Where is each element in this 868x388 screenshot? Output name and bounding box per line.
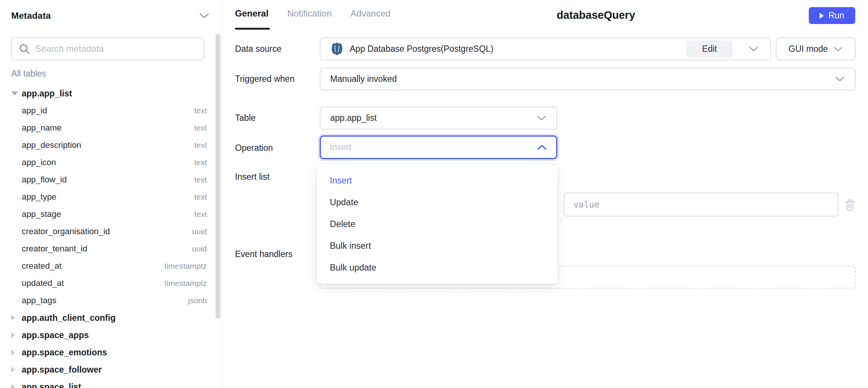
table-select[interactable]: app.app_list <box>320 107 557 129</box>
sidebar-scrollbar[interactable] <box>216 34 220 319</box>
data-source-label: Data source <box>235 44 281 54</box>
insert-value-input[interactable] <box>564 192 838 217</box>
edit-datasource-button[interactable]: Edit <box>686 41 733 57</box>
dropdown-option-update[interactable]: Update <box>317 191 557 213</box>
caret-right-icon[interactable] <box>11 349 15 355</box>
query-title[interactable]: databaseQuery <box>551 9 641 21</box>
chevron-down-icon <box>748 46 759 52</box>
caret-down-icon[interactable] <box>11 92 18 96</box>
caret-right-icon[interactable] <box>11 384 15 388</box>
tree-item-table[interactable]: app.space_emotions <box>0 344 211 361</box>
chevron-down-icon <box>833 46 843 52</box>
metadata-sidebar: Metadata All tables app.app_list app_id … <box>0 0 221 388</box>
tree-item-column[interactable]: app_tags jsonb <box>0 292 211 309</box>
caret-right-icon[interactable] <box>11 315 15 321</box>
active-tab-underline <box>235 28 270 30</box>
query-editor-page: Metadata All tables app.app_list app_id … <box>0 0 868 388</box>
search-input[interactable] <box>35 44 197 54</box>
all-tables-label: All tables <box>11 69 46 79</box>
dropdown-option-delete[interactable]: Delete <box>317 213 557 235</box>
table-label: Table <box>235 113 256 123</box>
table-value: app.app_list <box>330 113 377 123</box>
tree-item-column[interactable]: app_flow_id text <box>0 171 211 188</box>
tree-item-column[interactable]: app_name text <box>0 119 211 137</box>
tab-notification[interactable]: Notification <box>287 8 332 19</box>
operation-input[interactable] <box>330 142 537 152</box>
metadata-title: Metadata <box>11 11 51 21</box>
operation-combobox[interactable] <box>320 135 557 159</box>
tab-advanced[interactable]: Advanced <box>350 8 391 19</box>
operation-dropdown: Insert Update Delete Bulk insert Bulk up… <box>317 164 557 284</box>
search-icon <box>19 43 30 54</box>
triggered-when-label: Triggered when <box>235 74 295 84</box>
postgres-icon <box>330 42 344 56</box>
tab-bar: General Notification Advanced <box>235 8 391 19</box>
tree-item-column[interactable]: app_type text <box>0 188 211 206</box>
tree-item-column[interactable]: app_description text <box>0 137 211 154</box>
run-button[interactable]: Run <box>809 7 855 24</box>
triggered-when-select[interactable]: Manually invoked <box>320 68 856 90</box>
tree-item-table[interactable]: app.app_list <box>0 85 211 102</box>
tree-item-table[interactable]: app.space_list <box>0 378 211 388</box>
event-handlers-label: Event handlers <box>235 249 292 259</box>
tree-item-table[interactable]: app.space_follower <box>0 361 211 378</box>
chevron-down-icon <box>835 76 845 82</box>
tree-item-table[interactable]: app.space_apps <box>0 326 211 344</box>
caret-right-icon[interactable] <box>11 332 15 338</box>
tree-item-column[interactable]: creator_tenant_id uuid <box>0 240 211 257</box>
metadata-tree: app.app_list app_id text app_name text a… <box>0 85 211 388</box>
tab-general[interactable]: General <box>235 8 268 19</box>
tree-item-column[interactable]: app_icon text <box>0 154 211 171</box>
dropdown-option-bulk-update[interactable]: Bulk update <box>317 257 557 278</box>
caret-right-icon[interactable] <box>11 367 15 373</box>
operation-label: Operation <box>235 143 273 153</box>
tree-item-table[interactable]: app.auth_client_config <box>0 309 211 326</box>
tree-item-column[interactable]: app_stage text <box>0 206 211 223</box>
sidebar-divider <box>221 0 222 388</box>
chevron-down-icon <box>536 115 547 121</box>
data-source-select[interactable]: App Database Postgres(PostgreSQL) Edit <box>320 38 771 60</box>
metadata-search-box <box>11 37 204 60</box>
gui-mode-value: GUI mode <box>789 44 828 54</box>
play-icon <box>820 13 824 19</box>
dropdown-option-bulk-insert[interactable]: Bulk insert <box>317 235 557 257</box>
tree-item-column[interactable]: updated_at timestamptz <box>0 275 211 292</box>
tree-item-column[interactable]: app_id text <box>0 102 211 119</box>
trash-icon[interactable] <box>843 198 857 212</box>
triggered-when-value: Manually invoked <box>330 74 397 84</box>
chevron-up-icon <box>537 144 547 150</box>
chevron-down-icon[interactable] <box>199 12 210 19</box>
tree-item-column[interactable]: creator_organisation_id uuid <box>0 223 211 240</box>
tree-item-column[interactable]: created_at timestamptz <box>0 257 211 275</box>
gui-mode-select[interactable]: GUI mode <box>776 38 856 60</box>
metadata-header: Metadata <box>11 9 210 23</box>
dropdown-option-insert[interactable]: Insert <box>317 170 557 191</box>
data-source-value: App Database Postgres(PostgreSQL) <box>350 44 494 54</box>
insert-list-label: Insert list <box>235 172 269 182</box>
